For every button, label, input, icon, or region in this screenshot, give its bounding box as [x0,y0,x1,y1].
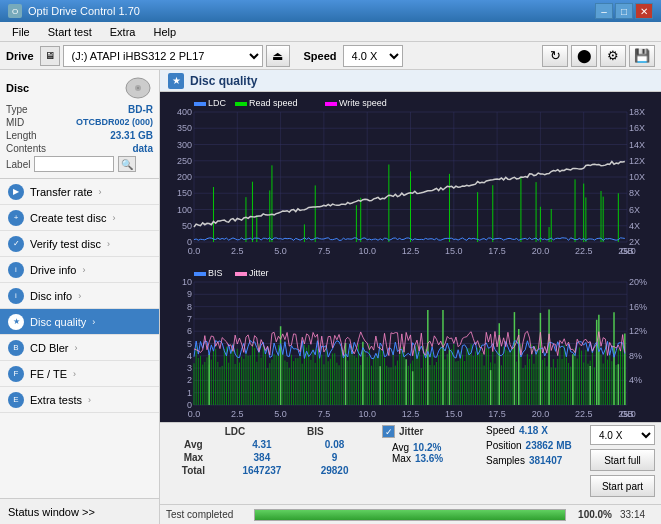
verify-arrow: › [107,239,110,249]
avg-bis: 0.08 [303,438,366,451]
main-area: Disc Type BD-R MID OTCBDR002 (000) Leng [0,70,661,524]
position-val: 23862 MB [526,440,572,451]
length-key: Length [6,130,37,141]
jitter-section: ✓ Jitter [382,425,474,438]
disc-quality-title: Disc quality [190,74,257,88]
verify-icon: ✓ [8,236,24,252]
close-button[interactable]: ✕ [635,3,653,19]
create-test-disc-label: Create test disc [30,212,106,224]
max-ldc: 384 [221,451,303,464]
status-window-button[interactable]: Status window >> [0,498,159,524]
main-content: ★ Disc quality LDC [160,70,661,524]
drive-icon: 🖥 [40,46,60,66]
sidebar-item-transfer-rate[interactable]: ▶ Transfer rate › [0,179,159,205]
col-label [166,425,221,438]
col-ldc: LDC [221,425,303,438]
sidebar-item-extra-tests[interactable]: E Extra tests › [0,387,159,413]
drive-info-icon: i [8,262,24,278]
start-full-button[interactable]: Start full [590,449,655,471]
jitter-max-val: 13.6% [415,453,443,464]
stats-row-max: Max 384 9 [166,451,366,464]
sidebar-item-drive-info[interactable]: i Drive info › [0,257,159,283]
charts-area [160,92,661,422]
sidebar-item-disc-info[interactable]: i Disc info › [0,283,159,309]
sidebar-nav: ▶ Transfer rate › + Create test disc › ✓… [0,179,159,498]
quality-speed-select[interactable]: 4.0 X [590,425,655,445]
disc-quality-arrow: › [92,317,95,327]
menu-start-test[interactable]: Start test [40,24,100,40]
drive-select[interactable]: (J:) ATAPI iHBS312 2 PL17 [63,45,263,67]
fe-te-icon: F [8,366,24,382]
drive-info-label: Drive info [30,264,76,276]
create-test-arrow: › [112,213,115,223]
jitter-checkbox[interactable]: ✓ [382,425,395,438]
app-title: Opti Drive Control 1.70 [28,5,140,17]
mid-key: MID [6,117,24,128]
stats-row-avg: Avg 4.31 0.08 [166,438,366,451]
transfer-rate-label: Transfer rate [30,186,93,198]
stats-row-total: Total 1647237 29820 [166,464,366,477]
chart1-canvas [162,96,661,260]
create-test-disc-icon: + [8,210,24,226]
chart2-container [160,262,661,422]
disc-info-arrow: › [78,291,81,301]
sidebar-item-create-test-disc[interactable]: + Create test disc › [0,205,159,231]
right-controls: 4.0 X Start full Start part [590,425,655,497]
save-button[interactable]: 💾 [629,45,655,67]
stats-table: LDC BIS Avg 4.31 0.08 Max 384 [166,425,366,477]
sidebar-item-disc-quality[interactable]: ★ Disc quality › [0,309,159,335]
label-search-button[interactable]: 🔍 [118,156,136,172]
eject-button[interactable]: ⏏ [266,45,290,67]
contents-key: Contents [6,143,46,154]
total-label: Total [166,464,221,477]
cd-bler-icon: B [8,340,24,356]
disc-info-icon: i [8,288,24,304]
disc-icon [123,76,153,100]
menu-file[interactable]: File [4,24,38,40]
jitter-label: Jitter [399,426,423,437]
settings-button[interactable]: ⚙ [600,45,626,67]
position-row: Position 23862 MB [486,440,586,451]
drive-info-arrow: › [82,265,85,275]
total-bis: 29820 [303,464,366,477]
extra-tests-icon: E [8,392,24,408]
sidebar-item-fe-te[interactable]: F FE / TE › [0,361,159,387]
sidebar: Disc Type BD-R MID OTCBDR002 (000) Leng [0,70,160,524]
burn-button[interactable]: ⬤ [571,45,597,67]
jitter-avg-label: Avg [392,442,409,453]
cd-bler-arrow: › [75,343,78,353]
col-bis: BIS [303,425,366,438]
sidebar-item-cd-bler[interactable]: B CD Bler › [0,335,159,361]
max-bis: 9 [303,451,366,464]
disc-info-label: Disc info [30,290,72,302]
maximize-button[interactable]: □ [615,3,633,19]
svg-point-2 [137,87,139,89]
label-input[interactable] [34,156,114,172]
avg-ldc: 4.31 [221,438,303,451]
sidebar-item-verify-test-disc[interactable]: ✓ Verify test disc › [0,231,159,257]
drive-label: Drive [6,50,34,62]
extra-tests-label: Extra tests [30,394,82,406]
speed-select[interactable]: 4.0 X [343,45,403,67]
extra-tests-arrow: › [88,395,91,405]
samples-row: Samples 381407 [486,455,586,466]
contents-val: data [132,143,153,154]
refresh-button[interactable]: ↻ [542,45,568,67]
transfer-rate-icon: ▶ [8,184,24,200]
progress-time: 33:14 [620,509,655,520]
menu-help[interactable]: Help [145,24,184,40]
fe-te-label: FE / TE [30,368,67,380]
progress-percent: 100.0% [574,509,612,520]
fe-te-arrow: › [73,369,76,379]
start-part-button[interactable]: Start part [590,475,655,497]
avg-label: Avg [166,438,221,451]
menu-extra[interactable]: Extra [102,24,144,40]
speed-label: Speed [304,50,337,62]
transfer-rate-arrow: › [99,187,102,197]
minimize-button[interactable]: – [595,3,613,19]
progress-area: Test completed 100.0% 33:14 [160,504,661,524]
max-label: Max [166,451,221,464]
speed-info: Speed 4.18 X [486,425,586,436]
disc-quality-label: Disc quality [30,316,86,328]
mid-val: OTCBDR002 (000) [76,117,153,128]
